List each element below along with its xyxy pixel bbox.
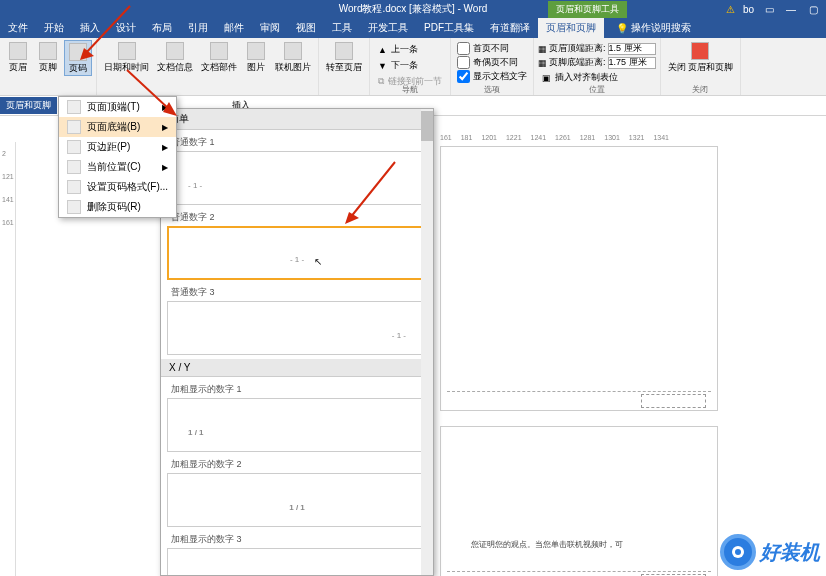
user-name[interactable]: bo [743,4,754,15]
watermark-text: 好装机 [760,539,820,566]
arrow-annotation-3 [345,160,405,234]
gallery-item-bold-1[interactable]: 加粗显示的数字 1 1 / 1 [167,381,427,452]
warning-icon[interactable]: ⚠ [726,4,735,15]
tab-view[interactable]: 视图 [288,18,324,38]
nav-group-label: 导航 [370,84,450,95]
window-title: Word教程.docx [兼容模式] - Word [339,2,488,16]
context-tab-title: 页眉和页脚工具 [548,1,627,18]
tab-pdf[interactable]: PDF工具集 [416,18,482,38]
svg-marker-1 [80,48,94,60]
tab-developer[interactable]: 开发工具 [360,18,416,38]
close-group-label: 关闭 [661,84,741,95]
arrow-annotation-1 [80,4,140,68]
lightbulb-icon: 💡 [616,23,628,34]
tab-youdao[interactable]: 有道翻译 [482,18,538,38]
tab-review[interactable]: 审阅 [252,18,288,38]
insert-align-tab-button[interactable]: ▣ 插入对齐制表位 [538,70,656,85]
tab-file[interactable]: 文件 [0,18,36,38]
footer-edit-box[interactable] [641,394,706,408]
footer-distance-input[interactable]: ▦ 页脚底端距离: [538,56,656,69]
show-text-checkbox[interactable]: 显示文档文字 [455,70,529,83]
cursor-icon: ↖ [314,256,322,267]
next-section-button[interactable]: ▼ 下一条 [374,58,446,73]
diff-odd-even-checkbox[interactable]: 奇偶页不同 [455,56,529,69]
svg-line-4 [350,162,395,218]
gallery-header-xy: X / Y [161,359,433,377]
section-label: 页眉和页脚 [0,97,57,114]
arrow-annotation-2 [125,68,185,127]
goto-header-button[interactable]: 转至页眉 [323,40,365,74]
menu-item-margins[interactable]: 页边距(P)▶ [59,137,176,157]
svg-line-2 [127,70,170,110]
horizontal-ruler[interactable]: 16118112011221124112611281130113211341 [440,134,816,146]
gallery-item-bold-2[interactable]: 加粗显示的数字 2 1 / 1 [167,456,427,527]
online-picture-button[interactable]: 联机图片 [272,40,314,74]
maximize-icon[interactable]: ▢ [806,4,820,15]
picture-button[interactable]: 图片 [242,40,270,74]
diff-first-checkbox[interactable]: 首页不同 [455,42,529,55]
menu-item-remove[interactable]: 删除页码(R) [59,197,176,217]
close-header-footer-button[interactable]: 关闭 页眉和页脚 [665,40,737,74]
vertical-ruler[interactable]: 2121141161 [0,142,16,576]
menu-item-format[interactable]: 设置页码格式(F)... [59,177,176,197]
tell-me-search[interactable]: 💡 操作说明搜索 [616,18,691,38]
tab-mailings[interactable]: 邮件 [216,18,252,38]
tab-tools[interactable]: 工具 [324,18,360,38]
tab-layout[interactable]: 布局 [144,18,180,38]
gallery-scrollbar[interactable] [421,109,433,575]
page-1[interactable] [440,146,718,411]
svg-line-0 [85,6,130,54]
quickparts-button[interactable]: 文档部件 [198,40,240,74]
position-group-label: 位置 [534,84,660,95]
prev-section-button[interactable]: ▲ 上一条 [374,42,446,57]
page-text: 您证明您的观点。当您单击联机视频时，可 [471,539,623,550]
tab-references[interactable]: 引用 [180,18,216,38]
minimize-icon[interactable]: — [784,4,798,15]
watermark: 好装机 [720,534,820,570]
options-group-label: 选项 [451,84,533,95]
menu-item-current[interactable]: 当前位置(C)▶ [59,157,176,177]
footer-button[interactable]: 页脚 [34,40,62,76]
gallery-item-plain-3[interactable]: 普通数字 3 - 1 - [167,284,427,355]
tab-header-footer[interactable]: 页眉和页脚 [538,18,604,38]
gallery-header: 简单 [161,109,433,130]
tab-home[interactable]: 开始 [36,18,72,38]
page-2[interactable]: 您证明您的观点。当您单击联机视频时，可 [440,426,718,576]
gallery-item-bold-3[interactable]: 加粗显示的数字 3 1 / 1 [167,531,427,576]
watermark-icon [720,534,756,570]
header-button[interactable]: 页眉 [4,40,32,76]
ribbon-options-icon[interactable]: ▭ [762,4,776,15]
header-distance-input[interactable]: ▦ 页眉顶端距离: [538,42,656,55]
svg-marker-5 [345,212,359,224]
